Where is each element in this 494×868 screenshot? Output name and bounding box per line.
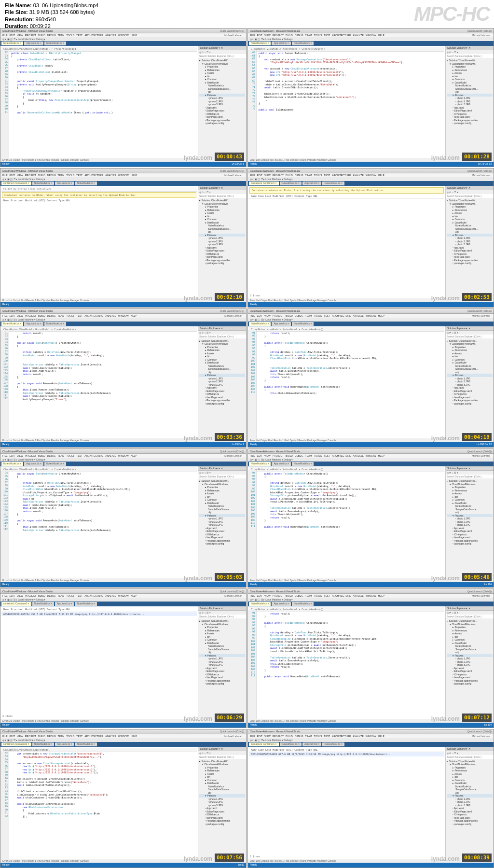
menu-item[interactable]: PROJECT <box>25 735 36 738</box>
editor-tab[interactable]: NotesModel.cs × <box>280 742 302 746</box>
editor-tab[interactable]: NotesModel.cs × <box>249 462 271 466</box>
solex-search[interactable]: Search Solution Explorer (Ctrl+;) <box>446 755 494 759</box>
editor-tab[interactable]: NotesModel.cs × <box>44 462 66 466</box>
menu-item[interactable]: DEBUG <box>295 594 303 597</box>
menu-item[interactable]: EDIT <box>257 314 262 317</box>
menu-item[interactable]: ANALYZE <box>105 314 116 317</box>
menu-item[interactable]: ANALYZE <box>105 454 116 457</box>
menu-item[interactable]: TOOLS <box>314 594 322 597</box>
menu-item[interactable]: WINDOW <box>366 735 376 738</box>
solution-explorer[interactable]: Solution Explorer ▾ ✕◎ ⟳ ⌂ ☰ ▾Search Sol… <box>445 46 494 158</box>
menu-item[interactable]: ANALYZE <box>105 174 116 177</box>
menu-item[interactable]: TOOLS <box>66 314 74 317</box>
solex-toolbar[interactable]: ◎ ⟳ ⌂ ☰ ▾ <box>446 331 494 335</box>
tab-strip[interactable]: NotesModel.cs ×App.xaml.cs ×NotesModel.c… <box>248 602 494 606</box>
menu-item[interactable]: HELP <box>378 594 384 597</box>
menubar[interactable]: FILEEDITVIEWPROJECTBUILDDEBUGTEAMTOOLSTE… <box>0 173 246 177</box>
editor-tab[interactable]: NotesModel.cs × <box>292 42 314 45</box>
editor-tab[interactable]: App.xaml.cs × <box>272 322 291 326</box>
menu-item[interactable]: FILE <box>2 34 8 37</box>
menu-item[interactable]: WINDOW <box>118 454 129 457</box>
menu-item[interactable]: VIEW <box>264 454 271 457</box>
menu-item[interactable]: ARCHITECTURE <box>332 735 351 738</box>
menu-item[interactable]: TEAM <box>58 735 65 738</box>
menu-item[interactable]: FILE <box>2 594 8 597</box>
menu-item[interactable]: WINDOW <box>118 735 129 738</box>
table-row[interactable]: 635103332341265214 450.5 KB 11/6/2013 7:… <box>1 612 197 616</box>
menubar[interactable]: FILEEDITVIEWPROJECTBUILDDEBUGTEAMTOOLSTE… <box>248 454 494 458</box>
menu-item[interactable]: PROJECT <box>25 594 36 597</box>
menu-item[interactable]: EDIT <box>10 594 15 597</box>
menu-item[interactable]: TEST <box>76 735 82 738</box>
menu-item[interactable]: ARCHITECTURE <box>332 174 351 177</box>
tree-item[interactable]: ▫ packages.config <box>447 262 493 265</box>
solex-search[interactable]: Search Solution Explorer (Ctrl+;) <box>198 194 246 198</box>
solution-explorer[interactable]: Solution Explorer ▾ ✕◎ ⟳ ⌂ ☰ ▾Search Sol… <box>445 186 494 298</box>
menu-item[interactable]: TEST <box>76 34 82 37</box>
menu-item[interactable]: ANALYZE <box>353 594 363 597</box>
solution-explorer[interactable]: Solution Explorer ▾ ✕◎ ⟳ ⌂ ☰ ▾Search Sol… <box>445 326 494 438</box>
menu-item[interactable]: TOOLS <box>314 174 322 177</box>
menu-item[interactable]: HELP <box>378 454 384 457</box>
menubar[interactable]: FILEEDITVIEWPROJECTBUILDDEBUGTEAMTOOLSTE… <box>248 173 494 177</box>
editor-tab[interactable]: App.xaml.cs × <box>24 322 43 326</box>
menu-item[interactable]: EDIT <box>10 735 15 738</box>
menu-item[interactable]: HELP <box>131 735 137 738</box>
menu-item[interactable]: VIEW <box>264 594 271 597</box>
menu-item[interactable]: ARCHITECTURE <box>84 174 103 177</box>
toolbar[interactable]: ◎ ▾ ▣ ◫ ☰ ▸ Local Machine ▾ Debug ▾ <box>0 177 246 181</box>
toolbar[interactable]: ◎ ▾ ▣ ◫ ☰ ▸ Local Machine ▾ Debug ▾ <box>248 738 494 742</box>
menubar[interactable]: FILEEDITVIEWPROJECTBUILDDEBUGTEAMTOOLSTE… <box>248 33 494 37</box>
blob-viewer[interactable]: Name Size Last Modified (UTC) Content Ty… <box>248 747 445 859</box>
menu-item[interactable]: TEAM <box>58 174 65 177</box>
menu-item[interactable]: BUILD <box>38 34 45 37</box>
tree-item[interactable]: ▫ packages.config <box>199 262 245 265</box>
editor-tab[interactable]: App.xaml.cs × <box>272 462 291 466</box>
menu-item[interactable]: ARCHITECTURE <box>84 454 103 457</box>
menu-item[interactable]: VIEW <box>17 735 23 738</box>
solution-explorer[interactable]: Solution Explorer ▾ ✕◎ ⟳ ⌂ ☰ ▾Search Sol… <box>445 466 494 578</box>
menu-item[interactable]: ANALYZE <box>105 34 116 37</box>
menu-item[interactable]: PROJECT <box>25 454 36 457</box>
code-content[interactable]: return result; } public async Task<NoteM… <box>259 332 444 394</box>
menu-item[interactable]: DEBUG <box>295 34 303 37</box>
editor-tab[interactable]: App.xaml.cs × <box>55 182 74 185</box>
menu-item[interactable]: PROJECT <box>273 174 284 177</box>
tree-item[interactable]: ▫ packages.config <box>199 122 245 125</box>
menu-item[interactable]: WINDOW <box>366 34 376 37</box>
menu-item[interactable]: ARCHITECTURE <box>84 34 103 37</box>
solex-toolbar[interactable]: ◎ ⟳ ⌂ ☰ ▾ <box>198 471 246 475</box>
nav-bar[interactable]: CloudNotes.ViewModels.NotesModel ▾ Creat… <box>249 607 444 612</box>
menu-item[interactable]: EDIT <box>257 34 262 37</box>
menu-item[interactable]: FILE <box>250 314 255 317</box>
editor-tab[interactable]: App.xaml.cs × <box>55 602 74 606</box>
nav-bar[interactable]: CloudNotes.ViewModels.NotesModel ▾ Conne… <box>249 47 444 52</box>
menu-item[interactable]: PROJECT <box>273 34 284 37</box>
menu-item[interactable]: DEBUG <box>295 454 303 457</box>
menu-item[interactable]: DEBUG <box>295 735 303 738</box>
tree-item[interactable]: ▫ packages.config <box>447 542 493 546</box>
solex-toolbar[interactable]: ◎ ⟳ ⌂ ☰ ▾ <box>446 471 494 475</box>
solex-toolbar[interactable]: ◎ ⟳ ⌂ ☰ ▾ <box>198 50 246 54</box>
solex-search[interactable]: Search Solution Explorer (Ctrl+;) <box>198 615 246 618</box>
menu-item[interactable]: FILE <box>2 314 8 317</box>
menu-item[interactable]: TOOLS <box>314 735 322 738</box>
nav-bar[interactable]: CloudNotes.ViewModels.NotesModel ▾ Creat… <box>1 467 197 472</box>
menu-item[interactable]: ANALYZE <box>353 735 363 738</box>
menu-item[interactable]: TEST <box>324 454 330 457</box>
blob-viewer[interactable]: Name Size Last Modified (UTC) Content Ty… <box>0 606 198 718</box>
menu-item[interactable]: VIEW <box>17 314 23 317</box>
menu-item[interactable]: WINDOW <box>366 454 376 457</box>
editor-tab[interactable]: NotesModel.cs × <box>32 602 54 606</box>
tab-strip[interactable]: container1 Container1 ×NotesModel.cs ×Ap… <box>248 742 494 747</box>
menubar[interactable]: FILEEDITVIEWPROJECTBUILDDEBUGTEAMTOOLSTE… <box>0 594 246 598</box>
menu-item[interactable]: ANALYZE <box>105 735 116 738</box>
tree-item[interactable]: ▫ packages.config <box>447 402 493 406</box>
code-editor[interactable]: CloudNotes.ViewModels.NotesModel ▾ Creat… <box>0 466 198 578</box>
solex-toolbar[interactable]: ◎ ⟳ ⌂ ☰ ▾ <box>198 190 246 194</box>
solex-toolbar[interactable]: ◎ ⟳ ⌂ ☰ ▾ <box>198 331 246 335</box>
menubar[interactable]: FILEEDITVIEWPROJECTBUILDDEBUGTEAMTOOLSTE… <box>0 734 246 738</box>
menu-item[interactable]: ARCHITECTURE <box>84 314 103 317</box>
menu-item[interactable]: WINDOW <box>118 34 129 37</box>
menu-item[interactable]: PROJECT <box>25 174 36 177</box>
